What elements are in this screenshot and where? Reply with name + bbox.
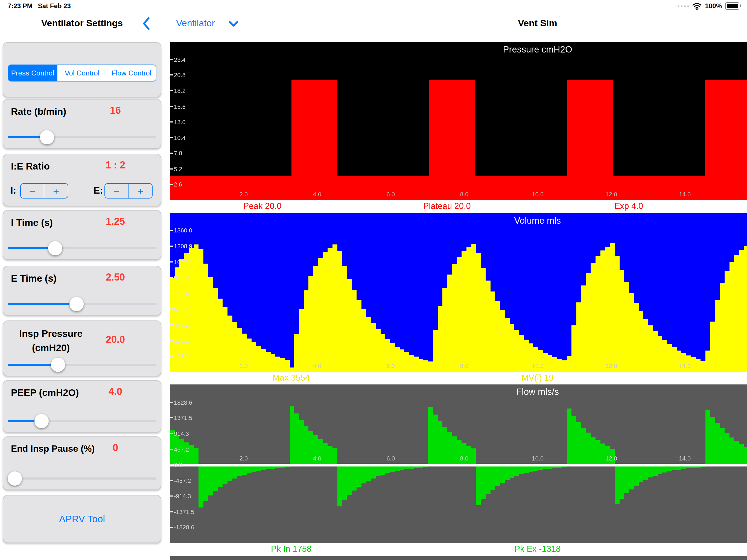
clock-date: Sat Feb 23 <box>38 2 71 10</box>
volume-waveform-canvas <box>170 213 747 372</box>
y-axis-label: 10.4 <box>174 134 186 141</box>
peep-slider-thumb[interactable] <box>34 414 49 428</box>
y-axis-label: 906.7 <box>174 274 189 281</box>
x-axis-label: 14.0 <box>679 362 691 369</box>
x-axis-label: 12.0 <box>606 191 617 198</box>
x-axis-label: 6.0 <box>387 455 395 462</box>
pressure-chart: Pressure cmH2O 23.420.818.215.613.010.47… <box>170 42 747 200</box>
y-axis-label: 302.2 <box>174 337 189 344</box>
y-axis-label: -457.2 <box>174 477 191 484</box>
y-axis-label: 1828.6 <box>174 399 192 406</box>
exp-pressure-stat: Exp 4.0 <box>614 201 643 211</box>
y-axis-label: 23.4 <box>174 56 186 63</box>
y-axis-label: 18.2 <box>174 87 186 94</box>
x-axis-label: 2.0 <box>239 455 248 462</box>
aprv-tool-button[interactable]: APRV Tool <box>3 495 161 542</box>
peak-inspiratory-flow-stat: Pk In 1758 <box>271 544 311 554</box>
volume-chart: Volume mls 1360.01208.91057.8906.7755.66… <box>170 213 747 372</box>
rate-card: Rate (b/min) 16 <box>3 99 161 149</box>
insp-pressure-slider[interactable] <box>8 358 156 372</box>
y-axis-label: 1208.9 <box>174 243 192 249</box>
i-label: I: <box>10 185 16 196</box>
ie-ratio-label: I:E Ratio <box>11 161 50 172</box>
e-time-slider[interactable] <box>8 297 156 311</box>
settings-sidebar: Press Control Vol Control Flow Control R… <box>0 42 164 560</box>
x-axis-label: 6.0 <box>387 362 395 369</box>
i-time-slider-thumb[interactable] <box>48 241 62 255</box>
rate-slider-thumb[interactable] <box>40 130 54 144</box>
e-stepper: − + <box>104 183 153 199</box>
y-axis-label: 5.2 <box>174 166 182 172</box>
y-axis-label: 15.6 <box>174 103 186 110</box>
minute-volume-stat: MV(l) 19 <box>521 373 553 383</box>
x-axis-label: 10.0 <box>532 362 544 369</box>
pressure-stats-row: Peak 20.0 Plateau 20.0 Exp 4.0 <box>170 200 747 213</box>
flow-control-segment[interactable]: Flow Control <box>107 65 156 81</box>
volume-stats-row: Max 3554 MV(l) 19 <box>170 372 747 384</box>
i-stepper: − + <box>20 183 68 199</box>
y-axis-label: 453.3 <box>174 322 189 328</box>
y-axis-label: -1371.5 <box>174 509 195 515</box>
y-axis-label: 0.0 <box>174 462 182 468</box>
x-axis-label: 4.0 <box>313 362 321 369</box>
i-minus-button[interactable]: − <box>21 184 44 198</box>
y-axis-label: 457.2 <box>174 446 189 453</box>
e-label: E: <box>94 185 103 196</box>
y-axis-label: 1371.5 <box>174 415 192 422</box>
x-axis-label: 2.0 <box>239 191 248 198</box>
e-time-label: E Time (s) <box>11 273 57 284</box>
i-time-slider[interactable] <box>8 241 156 255</box>
i-time-value: 1.25 <box>85 216 146 228</box>
y-axis-label: 1360.0 <box>174 227 192 234</box>
y-axis-label: 7.8 <box>174 150 182 157</box>
max-volume-stat: Max 3554 <box>273 373 310 383</box>
insp-pressure-slider-thumb[interactable] <box>51 358 65 372</box>
x-axis-label: 10.0 <box>532 191 544 198</box>
rate-value: 16 <box>85 105 146 117</box>
end-insp-pause-card: End Insp Pause (%) 0 <box>3 436 161 490</box>
back-chevron-icon[interactable] <box>142 17 150 30</box>
x-axis-label: 6.0 <box>387 191 395 198</box>
aprv-card: APRV Tool <box>3 495 161 543</box>
ie-stepper-row: I: − + E: − + <box>10 183 154 199</box>
end-insp-pause-slider[interactable] <box>8 472 156 486</box>
peep-label: PEEP (cmH2O) <box>11 387 79 399</box>
i-time-label: I Time (s) <box>11 217 53 229</box>
charts-region: Pressure cmH2O 23.420.818.215.613.010.47… <box>170 0 747 560</box>
chart-bottom-strip <box>170 556 747 560</box>
x-axis-label: 8.0 <box>460 362 469 369</box>
e-plus-button[interactable]: + <box>129 184 152 198</box>
press-control-segment[interactable]: Press Control <box>8 65 58 81</box>
y-axis-label: -1828.6 <box>174 524 195 531</box>
flow-waveform-canvas <box>170 384 747 543</box>
ie-ratio-value: 1 : 2 <box>85 160 146 171</box>
x-axis-label: 4.0 <box>313 455 321 462</box>
y-axis-label: 755.6 <box>174 290 189 297</box>
y-axis-label: 1057.8 <box>174 259 192 265</box>
insp-pressure-value: 20.0 <box>85 334 146 346</box>
clock-time: 7:23 PM <box>8 2 32 10</box>
x-axis-label: 10.0 <box>532 455 544 462</box>
i-plus-button[interactable]: + <box>44 184 68 198</box>
rate-slider[interactable] <box>8 130 156 144</box>
e-time-slider-thumb[interactable] <box>70 297 84 311</box>
peak-expiratory-flow-stat: Pk Ex -1318 <box>515 544 561 554</box>
y-axis-label: 13.0 <box>174 119 186 125</box>
peep-value: 4.0 <box>85 386 146 398</box>
insp-pressure-label: Insp Pressure (cmH20) <box>8 327 94 355</box>
rate-label: Rate (b/min) <box>11 106 66 118</box>
vol-control-segment[interactable]: Vol Control <box>58 65 107 81</box>
flow-chart: Flow mls/s 1828.61371.5914.3457.20.0-457… <box>170 384 747 543</box>
flow-stats-row: Pk In 1758 Pk Ex -1318 <box>170 543 747 556</box>
e-minus-button[interactable]: − <box>105 184 129 198</box>
mode-segmented-control: Press Control Vol Control Flow Control <box>8 65 156 81</box>
pressure-chart-title: Pressure cmH2O <box>503 44 572 55</box>
ie-ratio-card: I:E Ratio 1 : 2 I: − + E: − + <box>3 154 161 206</box>
peak-pressure-stat: Peak 20.0 <box>243 201 282 211</box>
end-insp-pause-label: End Insp Pause (%) <box>11 443 95 454</box>
peep-slider[interactable] <box>8 414 156 428</box>
y-axis-label: 151.1 <box>174 353 189 360</box>
x-axis-label: 14.0 <box>679 455 691 462</box>
plateau-pressure-stat: Plateau 20.0 <box>423 201 471 211</box>
end-insp-pause-slider-thumb[interactable] <box>8 472 22 486</box>
